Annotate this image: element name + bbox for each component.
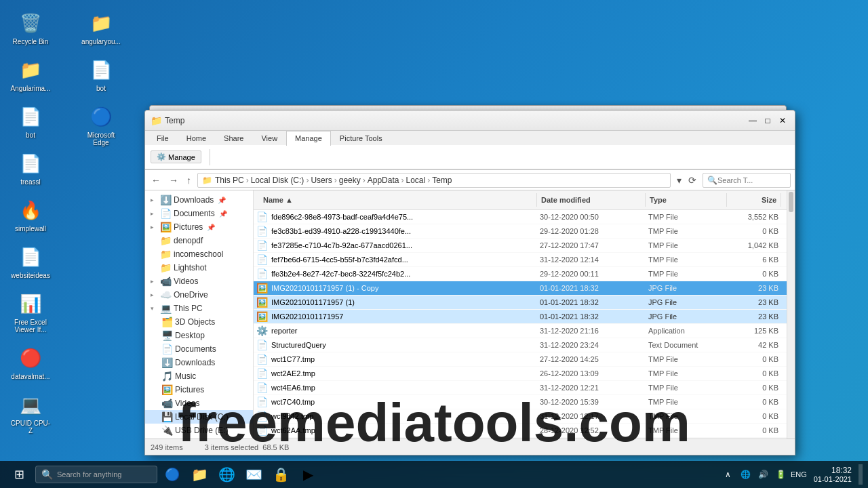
up-button[interactable]: ↑ xyxy=(184,175,193,186)
forward-button[interactable]: → xyxy=(167,175,180,186)
taskbar-file-explorer[interactable]: 📁 xyxy=(187,462,212,487)
table-row-structured[interactable]: 📄 StructuredQuery 31-12-2020 23:24 Text … xyxy=(254,338,787,352)
title-bar: 📁 Temp — □ ✕ xyxy=(145,110,795,131)
table-row[interactable]: 📄 fde896c2-98e8-4973-badf-ceaf9a4d4e75..… xyxy=(254,210,787,224)
tray-volume[interactable]: 🔊 xyxy=(755,466,772,483)
desktop-icon-treassl[interactable]: 📄 treassl xyxy=(7,147,54,188)
tree-item-downloads2[interactable]: ⬇️ Downloads xyxy=(145,356,253,369)
col-type-header[interactable]: Type xyxy=(646,193,727,207)
tree-item-incomeschool[interactable]: 📁 incomeschool xyxy=(145,247,253,261)
table-row[interactable]: 📄 fe3c83b1-ed39-4910-a228-c19913440fe...… xyxy=(254,224,787,239)
pictures-icon: 🖼️ xyxy=(160,222,171,232)
ribbon-sep xyxy=(210,149,210,165)
tab-manage[interactable]: Manage xyxy=(286,131,331,146)
tree-item-music[interactable]: 🎵 Music xyxy=(145,369,253,383)
desktop-icon-tree: 🖥️ xyxy=(161,330,172,341)
file-list: Name ▲ Date modified Type Size 📄 fde896c… xyxy=(254,190,787,439)
table-row-wct7c40[interactable]: 📄 wct7C40.tmp 30-12-2020 15:39 TMP File … xyxy=(254,395,787,409)
tree-item-thispc[interactable]: ▾ 💻 This PC xyxy=(145,302,253,315)
desktop-icon-microsoftedge[interactable]: 🔵 Microsoft Edge xyxy=(77,100,125,149)
incomeschool-icon: 📁 xyxy=(160,249,171,260)
table-row-wct2ae2[interactable]: 📄 wct2AE2.tmp 26-12-2020 13:09 TMP File … xyxy=(254,367,787,381)
tree-item-3dobjects[interactable]: 🗂️ 3D Objects xyxy=(145,315,253,329)
tree-item-pictures[interactable]: ▸ 🖼️ Pictures 📌 xyxy=(145,220,253,234)
table-row-wct1c77[interactable]: 📄 wct1C77.tmp 27-12-2020 14:25 TMP File … xyxy=(254,352,787,367)
start-button[interactable]: ⊞ xyxy=(5,461,33,488)
col-size-header[interactable]: Size xyxy=(727,193,781,207)
table-row-wct4ea6[interactable]: 📄 wct4EA6.tmp 31-12-2020 12:21 TMP File … xyxy=(254,381,787,395)
search-input[interactable] xyxy=(717,176,786,184)
ribbon-manage-btn[interactable]: ⚙️ Manage xyxy=(151,150,201,163)
table-row-wct62aa[interactable]: 📄 wct62AA.tmp 28-12-2020 12:52 TMP File … xyxy=(254,424,787,438)
table-row-selected-img3[interactable]: 🖼️ IMG20210101171957 01-01-2021 18:32 JP… xyxy=(254,310,787,324)
tray-battery[interactable]: 🔋 xyxy=(773,466,789,483)
tab-picture-tools[interactable]: Picture Tools xyxy=(331,131,391,145)
jpg-icon3: 🖼️ xyxy=(256,311,269,322)
tree-item-localc[interactable]: 💾 Local Disk (C:) xyxy=(145,410,253,424)
table-row-selected-img2[interactable]: 🖼️ IMG20210101171957 (1) 01-01-2021 18:3… xyxy=(254,296,787,310)
tree-item-downloads[interactable]: ▸ ⬇️ Downloads 📌 xyxy=(145,193,253,207)
scrollbar[interactable] xyxy=(787,190,795,439)
tray-network[interactable]: 🌐 xyxy=(738,466,754,483)
file-icon: 📄 xyxy=(256,211,269,222)
tab-share[interactable]: Share xyxy=(215,131,252,145)
taskbar-chrome[interactable]: 🌐 xyxy=(214,462,239,487)
maximize-button[interactable]: □ xyxy=(761,114,774,127)
desktop-icon-websiteideas[interactable]: 📄 websiteideas xyxy=(7,241,54,282)
col-date-header[interactable]: Date modified xyxy=(537,193,646,207)
tree-item-lightshot[interactable]: 📁 Lightshot xyxy=(145,261,253,274)
address-dropdown-btn[interactable]: ▾ xyxy=(675,175,684,186)
taskbar-search[interactable]: 🔍 Search for anything xyxy=(35,466,157,483)
taskbar-mail[interactable]: ✉️ xyxy=(241,462,266,487)
tree-item-videos[interactable]: ▸ 📹 Videos xyxy=(145,274,253,288)
desktop-icon-datavalmat[interactable]: 🔴 datavalmat... xyxy=(7,342,54,383)
taskbar-cortana[interactable]: 🔵 xyxy=(160,462,184,487)
table-row[interactable]: 📄 fef7be6d-6715-4cc5-b55f-b7c3fd42afcd..… xyxy=(254,253,787,267)
lightshot-icon: 📁 xyxy=(160,262,171,273)
tree-item-desktop[interactable]: 🖥️ Desktop xyxy=(145,329,253,342)
desktop-icon-angularyou[interactable]: 📁 angularyou... xyxy=(77,7,125,48)
close-button[interactable]: ✕ xyxy=(776,114,789,127)
tab-home[interactable]: Home xyxy=(178,131,215,145)
taskbar-security[interactable]: 🔒 xyxy=(269,462,293,487)
back-button[interactable]: ← xyxy=(149,175,163,186)
desktop-icon-simplewall[interactable]: 🔥 simplewall xyxy=(7,194,54,235)
status-bar: 249 items 3 items selected 68.5 KB xyxy=(145,439,795,455)
desktop-icon-cpuid[interactable]: 💻 CPUID CPU-Z xyxy=(7,388,54,437)
desktop-icon-bot2[interactable]: 📄 bot xyxy=(77,54,125,95)
tab-file[interactable]: File xyxy=(148,131,178,145)
tree-item-videos2[interactable]: 📹 Videos xyxy=(145,396,253,410)
scrollbar-thumb[interactable] xyxy=(789,192,793,212)
address-path[interactable]: 📁 This PC › Local Disk (C:) › Users › ge… xyxy=(197,173,671,188)
tray-up-arrow[interactable]: ∧ xyxy=(720,466,736,483)
window-title: Temp xyxy=(165,116,184,125)
table-row-selected-img1[interactable]: 🖼️ IMG20210101171957 (1) - Copy 01-01-20… xyxy=(254,281,787,296)
table-row[interactable]: 📄 ffe3b2e4-8e27-42c7-bec8-3224f5fc24b2..… xyxy=(254,267,787,281)
tree-item-documents2[interactable]: 📄 Documents xyxy=(145,342,253,356)
desktop-icon-angularima[interactable]: 📁 Angularima... xyxy=(7,54,54,95)
tree-item-usb1[interactable]: 🔌 USB Drive (E:) xyxy=(145,424,253,437)
ribbon-tabs: File Home Share View Manage Picture Tool… xyxy=(145,131,795,145)
col-name-header[interactable]: Name ▲ xyxy=(259,193,537,207)
search-box: 🔍 xyxy=(703,173,791,188)
ribbon: File Home Share View Manage Picture Tool… xyxy=(145,131,795,170)
clock[interactable]: 18:32 01-01-2021 xyxy=(810,464,856,485)
show-desktop-btn[interactable] xyxy=(859,464,863,485)
table-row[interactable]: 📄 fe37285e-c710-4c7b-92ac-677aacd0261...… xyxy=(254,239,787,253)
tab-view[interactable]: View xyxy=(252,131,286,145)
table-row-reporter[interactable]: ⚙️ reporter 31-12-2020 21:16 Application… xyxy=(254,324,787,338)
item-count: 249 items xyxy=(151,443,183,451)
minimize-button[interactable]: — xyxy=(746,114,760,127)
tree-item-denopdf[interactable]: 📁 denopdf xyxy=(145,234,253,247)
tray-icons: ∧ 🌐 🔊 🔋 ENG xyxy=(720,466,807,483)
taskbar-media[interactable]: ▶ xyxy=(296,462,320,487)
table-row-wct9842[interactable]: 📄 wct9842.tmp 31-12-2020 12:17 TMP File … xyxy=(254,409,787,424)
refresh-button[interactable]: ⟳ xyxy=(686,175,698,186)
desktop-icon-bot1[interactable]: 📄 bot xyxy=(7,100,54,142)
tree-item-onedrive[interactable]: ▸ ☁️ OneDrive xyxy=(145,288,253,302)
tree-item-pictures2[interactable]: 🖼️ Pictures xyxy=(145,383,253,396)
desktop-icon-recycle-bin[interactable]: 🗑️ Recycle Bin xyxy=(7,7,54,48)
desktop-icon-freeexcel[interactable]: 📊 Free Excel Viewer If... xyxy=(7,287,54,336)
downloads-icon: ⬇️ xyxy=(160,195,171,205)
tree-item-documents[interactable]: ▸ 📄 Documents 📌 xyxy=(145,207,253,220)
